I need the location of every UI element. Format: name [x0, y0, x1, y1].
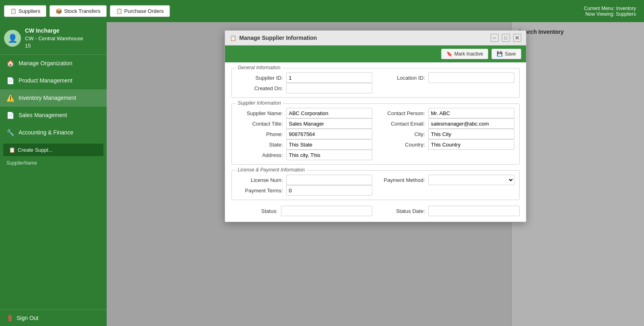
sidebar-label-manage-org: Manage Organization [19, 60, 72, 66]
current-menu-label: Current Menu: [584, 6, 615, 11]
supplier-info-section: Supplier Information Supplier Name: Cont… [231, 103, 520, 165]
created-on-label: Created On: [237, 85, 283, 91]
modal-close-btn[interactable]: ✕ [513, 34, 521, 42]
user-sub: CW - Central Warehouse [25, 35, 83, 42]
country-col: Country: [379, 139, 514, 150]
manage-supplier-modal: 📋 Manage Supplier Information ─ □ ✕ 🔖 Ma… [225, 30, 526, 222]
country-input[interactable] [428, 139, 514, 150]
now-viewing-label: Now Viewing: [585, 11, 614, 17]
sidebar-item-product-mgmt[interactable]: 📄 Product Management [0, 72, 107, 89]
license-num-col: License Num: [237, 175, 372, 185]
created-on-spacer [379, 83, 514, 93]
created-on-input[interactable] [286, 83, 372, 93]
modal-title: Manage Supplier Information [239, 35, 487, 41]
status-date-col: Status Date: [379, 206, 520, 216]
now-viewing-value: Suppliers [616, 11, 636, 17]
modal-body: General Information Supplier ID: Locatio… [225, 62, 526, 222]
sidebar-item-accounting[interactable]: 🔧 Accounting & Finance [0, 124, 107, 141]
current-menu-value: Inventory [616, 6, 636, 11]
sign-out-label: Sign Out [17, 315, 38, 321]
license-payment-section: License & Payment Information License Nu… [231, 170, 520, 200]
general-row-2: Created On: [237, 83, 514, 93]
contact-email-input[interactable] [428, 118, 514, 129]
topbar-right-info: Current Menu: Inventory Now Viewing: Sup… [584, 6, 640, 17]
avatar: 👤 [4, 30, 21, 47]
city-col: City: [379, 129, 514, 139]
contact-title-label: Contact Title: [237, 121, 283, 127]
location-id-label: Location ID: [379, 75, 425, 81]
contact-email-label: Contact Email: [379, 121, 425, 127]
license-row-1: License Num: Payment Method: [237, 175, 514, 185]
supplier-row-2: Contact Title: Contact Email: [237, 118, 514, 129]
sidebar-header: 👤 CW Incharge CW - Central Warehouse 15 [0, 22, 107, 55]
general-section-label: General Information [236, 65, 283, 70]
content-area: Search Inventory 📋 Manage Supplier Infor… [107, 22, 644, 326]
contact-person-label: Contact Person: [379, 110, 425, 116]
mark-inactive-btn[interactable]: 🔖 Mark Inactive [441, 49, 488, 59]
sidebar-label-accounting: Accounting & Finance [19, 129, 73, 136]
sidebar-label-sales-mgmt: Sales Management [19, 112, 67, 118]
supplier-row-5: Address: [237, 150, 514, 160]
topbar: 📋 Suppliers 📦 Stock Transfers 📋 Purchase… [0, 0, 644, 22]
address-input[interactable] [286, 150, 372, 160]
state-input[interactable] [286, 139, 372, 150]
status-input[interactable] [281, 206, 372, 216]
supplier-row-1: Supplier Name: Contact Person: [237, 108, 514, 118]
save-label: Save [505, 51, 516, 57]
main-layout: 👤 CW Incharge CW - Central Warehouse 15 … [0, 22, 644, 326]
phone-label: Phone: [237, 131, 283, 137]
state-col: State: [237, 139, 372, 150]
mark-inactive-label: Mark Inactive [454, 51, 483, 57]
supplier-id-input[interactable] [286, 72, 372, 83]
sidebar-item-inventory-mgmt[interactable]: ⚠️ Inventory Management [0, 89, 107, 107]
purchase-orders-icon: 📋 [116, 8, 122, 14]
create-icon: 📋 [9, 147, 15, 153]
city-input[interactable] [428, 129, 514, 139]
sidebar: 👤 CW Incharge CW - Central Warehouse 15 … [0, 22, 107, 326]
sign-out-icon: 🚪 [6, 315, 13, 321]
home-icon: 🏠 [6, 60, 14, 67]
payment-terms-input[interactable] [286, 185, 372, 196]
contact-title-input[interactable] [286, 118, 372, 129]
mark-inactive-icon: 🔖 [446, 51, 452, 57]
status-row: Status: Status Date: [231, 206, 520, 216]
modal-toolbar: 🔖 Mark Inactive 💾 Save [225, 45, 526, 62]
location-id-input[interactable] [428, 72, 514, 83]
supplier-id-label: Supplier ID: [237, 75, 283, 81]
payment-method-label: Payment Method: [379, 177, 425, 183]
payment-method-select[interactable] [428, 175, 514, 185]
stock-transfers-btn[interactable]: 📦 Stock Transfers [50, 5, 106, 17]
supplier-section-label: Supplier Information [236, 100, 283, 106]
contact-title-col: Contact Title: [237, 118, 372, 129]
sidebar-item-manage-org[interactable]: 🏠 Manage Organization [0, 55, 107, 72]
user-info: CW Incharge CW - Central Warehouse 15 [25, 27, 83, 50]
sign-out-btn[interactable]: 🚪 Sign Out [0, 309, 107, 326]
save-icon: 💾 [497, 51, 503, 57]
stock-transfers-icon: 📦 [56, 8, 62, 14]
purchase-orders-btn[interactable]: 📋 Purchase Orders [110, 5, 170, 17]
phone-col: Phone: [237, 129, 372, 139]
phone-input[interactable] [286, 129, 372, 139]
modal-titlebar: 📋 Manage Supplier Information ─ □ ✕ [225, 31, 526, 45]
user-name: CW Incharge [25, 27, 83, 35]
modal-maximize-btn[interactable]: □ [502, 34, 510, 42]
license-num-input[interactable] [286, 175, 372, 185]
sidebar-nav: 🏠 Manage Organization 📄 Product Manageme… [0, 55, 107, 309]
sidebar-item-sales-mgmt[interactable]: 📄 Sales Management [0, 107, 107, 124]
status-col: Status: [231, 206, 372, 216]
modal-minimize-btn[interactable]: ─ [491, 34, 499, 42]
supplier-id-col: Supplier ID: [237, 72, 372, 83]
user-num: 15 [25, 42, 83, 50]
sidebar-label-inventory-mgmt: Inventory Management [19, 95, 76, 101]
supplier-name-input[interactable] [286, 108, 372, 118]
suppliers-btn[interactable]: 📋 Suppliers [4, 5, 46, 17]
status-date-input[interactable] [428, 206, 520, 216]
payment-terms-col: Payment Terms: [237, 185, 372, 196]
address-label: Address: [237, 152, 283, 158]
contact-person-input[interactable] [428, 108, 514, 118]
payment-terms-label: Payment Terms: [237, 188, 283, 194]
save-btn[interactable]: 💾 Save [491, 49, 521, 59]
modal-title-icon: 📋 [230, 35, 236, 41]
create-supplier-btn[interactable]: 📋 Create Suppl... [3, 144, 103, 156]
suppliers-icon: 📋 [10, 8, 17, 14]
